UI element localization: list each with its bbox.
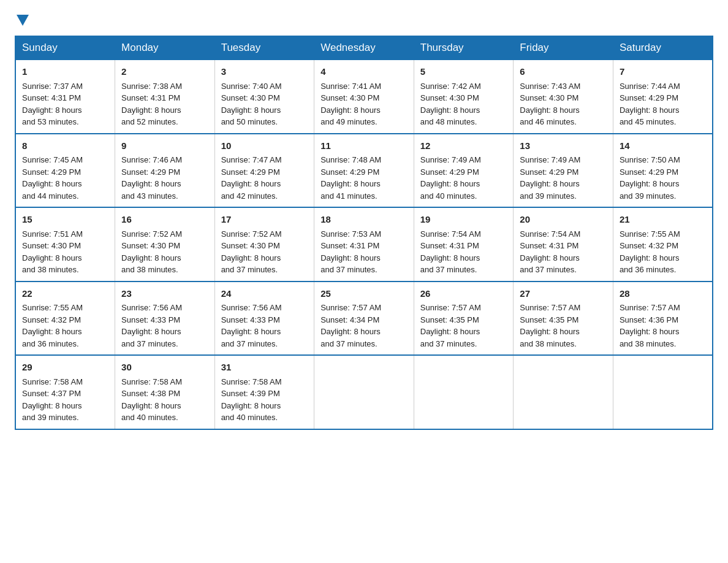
day-number: 9	[121, 139, 208, 153]
calendar-cell: 4Sunrise: 7:41 AMSunset: 4:30 PMDaylight…	[314, 59, 414, 134]
day-number: 13	[520, 139, 607, 153]
calendar-cell: 29Sunrise: 7:58 AMSunset: 4:37 PMDayligh…	[15, 355, 115, 429]
daylight-minutes: and 43 minutes.	[121, 191, 178, 201]
calendar-cell: 1Sunrise: 7:37 AMSunset: 4:31 PMDaylight…	[15, 59, 115, 134]
daylight-minutes: and 37 minutes.	[420, 339, 477, 348]
sunset-text: Sunset: 4:33 PM	[221, 315, 280, 324]
sunset-text: Sunset: 4:36 PM	[620, 315, 678, 324]
sunrise-text: Sunrise: 7:53 AM	[320, 229, 381, 239]
sunset-text: Sunset: 4:31 PM	[121, 93, 180, 102]
daylight-minutes: and 36 minutes.	[620, 265, 677, 274]
daylight-minutes: and 44 minutes.	[22, 191, 79, 201]
daylight-minutes: and 42 minutes.	[221, 191, 278, 201]
daylight-text: Daylight: 8 hours	[320, 179, 381, 188]
daylight-minutes: and 37 minutes.	[221, 265, 278, 274]
sunset-text: Sunset: 4:35 PM	[520, 315, 578, 324]
sunset-text: Sunset: 4:31 PM	[320, 241, 379, 250]
daylight-minutes: and 46 minutes.	[520, 117, 577, 126]
calendar-cell: 20Sunrise: 7:54 AMSunset: 4:31 PMDayligh…	[514, 207, 613, 282]
calendar-cell: 5Sunrise: 7:42 AMSunset: 4:30 PMDaylight…	[414, 59, 514, 134]
calendar-cell: 14Sunrise: 7:50 AMSunset: 4:29 PMDayligh…	[613, 134, 713, 208]
daylight-text: Daylight: 8 hours	[221, 401, 281, 410]
sunrise-text: Sunrise: 7:43 AM	[520, 82, 580, 91]
daylight-minutes: and 39 minutes.	[520, 191, 577, 201]
daylight-minutes: and 50 minutes.	[221, 117, 278, 126]
col-header-thursday: Thursday	[414, 36, 514, 59]
calendar-cell	[514, 355, 613, 429]
day-number: 8	[22, 139, 108, 153]
day-number: 29	[22, 361, 108, 375]
calendar-cell: 3Sunrise: 7:40 AMSunset: 4:30 PMDaylight…	[214, 59, 314, 134]
daylight-text: Daylight: 8 hours	[520, 179, 580, 188]
sunset-text: Sunset: 4:32 PM	[620, 241, 678, 250]
sunrise-text: Sunrise: 7:52 AM	[121, 229, 182, 239]
sunrise-text: Sunrise: 7:50 AM	[620, 155, 680, 164]
sunset-text: Sunset: 4:32 PM	[22, 315, 81, 324]
daylight-text: Daylight: 8 hours	[620, 253, 680, 262]
day-number: 5	[420, 65, 507, 79]
daylight-text: Daylight: 8 hours	[320, 327, 381, 336]
daylight-minutes: and 40 minutes.	[121, 413, 178, 422]
day-number: 6	[520, 65, 607, 79]
sunrise-text: Sunrise: 7:57 AM	[620, 303, 680, 312]
sunset-text: Sunset: 4:30 PM	[221, 93, 280, 102]
daylight-text: Daylight: 8 hours	[620, 105, 680, 115]
daylight-text: Daylight: 8 hours	[320, 253, 381, 262]
calendar-cell: 7Sunrise: 7:44 AMSunset: 4:29 PMDaylight…	[613, 59, 713, 134]
calendar-cell: 15Sunrise: 7:51 AMSunset: 4:30 PMDayligh…	[15, 207, 115, 282]
sunset-text: Sunset: 4:29 PM	[420, 167, 479, 177]
calendar-week-row: 22Sunrise: 7:55 AMSunset: 4:32 PMDayligh…	[15, 282, 713, 356]
daylight-minutes: and 39 minutes.	[22, 413, 79, 422]
day-number: 25	[320, 287, 408, 301]
day-number: 12	[420, 139, 507, 153]
daylight-minutes: and 53 minutes.	[22, 117, 79, 126]
calendar-week-row: 15Sunrise: 7:51 AMSunset: 4:30 PMDayligh…	[15, 207, 713, 282]
day-number: 22	[22, 287, 108, 301]
calendar-cell: 2Sunrise: 7:38 AMSunset: 4:31 PMDaylight…	[115, 59, 215, 134]
day-number: 17	[221, 213, 308, 227]
calendar-cell: 23Sunrise: 7:56 AMSunset: 4:33 PMDayligh…	[115, 282, 215, 356]
daylight-text: Daylight: 8 hours	[520, 253, 580, 262]
calendar-cell: 27Sunrise: 7:57 AMSunset: 4:35 PMDayligh…	[514, 282, 613, 356]
day-number: 28	[620, 287, 706, 301]
day-number: 7	[620, 65, 706, 79]
daylight-minutes: and 37 minutes.	[121, 339, 178, 348]
daylight-text: Daylight: 8 hours	[620, 327, 680, 336]
calendar-cell: 6Sunrise: 7:43 AMSunset: 4:30 PMDaylight…	[514, 59, 613, 134]
sunset-text: Sunset: 4:30 PM	[520, 93, 578, 102]
sunrise-text: Sunrise: 7:38 AM	[121, 82, 182, 91]
daylight-minutes: and 36 minutes.	[22, 339, 79, 348]
daylight-minutes: and 48 minutes.	[420, 117, 477, 126]
day-number: 14	[620, 139, 706, 153]
page-header	[15, 15, 713, 26]
day-number: 11	[320, 139, 408, 153]
day-number: 21	[620, 213, 706, 227]
daylight-minutes: and 37 minutes.	[320, 339, 377, 348]
daylight-minutes: and 37 minutes.	[221, 339, 278, 348]
sunset-text: Sunset: 4:29 PM	[620, 167, 678, 177]
sunrise-text: Sunrise: 7:55 AM	[620, 229, 680, 239]
calendar-cell: 18Sunrise: 7:53 AMSunset: 4:31 PMDayligh…	[314, 207, 414, 282]
daylight-minutes: and 41 minutes.	[320, 191, 377, 201]
day-number: 20	[520, 213, 607, 227]
sunset-text: Sunset: 4:38 PM	[121, 389, 180, 398]
calendar-cell: 24Sunrise: 7:56 AMSunset: 4:33 PMDayligh…	[214, 282, 314, 356]
day-number: 15	[22, 213, 108, 227]
sunset-text: Sunset: 4:29 PM	[520, 167, 578, 177]
daylight-minutes: and 45 minutes.	[620, 117, 677, 126]
calendar-cell: 30Sunrise: 7:58 AMSunset: 4:38 PMDayligh…	[115, 355, 215, 429]
sunset-text: Sunset: 4:31 PM	[520, 241, 578, 250]
daylight-text: Daylight: 8 hours	[221, 327, 281, 336]
calendar-cell: 25Sunrise: 7:57 AMSunset: 4:34 PMDayligh…	[314, 282, 414, 356]
calendar-cell: 19Sunrise: 7:54 AMSunset: 4:31 PMDayligh…	[414, 207, 514, 282]
col-header-friday: Friday	[514, 36, 613, 59]
daylight-minutes: and 40 minutes.	[221, 413, 278, 422]
day-number: 30	[121, 361, 208, 375]
day-number: 16	[121, 213, 208, 227]
daylight-text: Daylight: 8 hours	[121, 327, 181, 336]
calendar-cell	[613, 355, 713, 429]
sunset-text: Sunset: 4:35 PM	[420, 315, 479, 324]
sunrise-text: Sunrise: 7:46 AM	[121, 155, 182, 164]
logo-triangle-icon	[17, 15, 29, 26]
day-number: 26	[420, 287, 507, 301]
